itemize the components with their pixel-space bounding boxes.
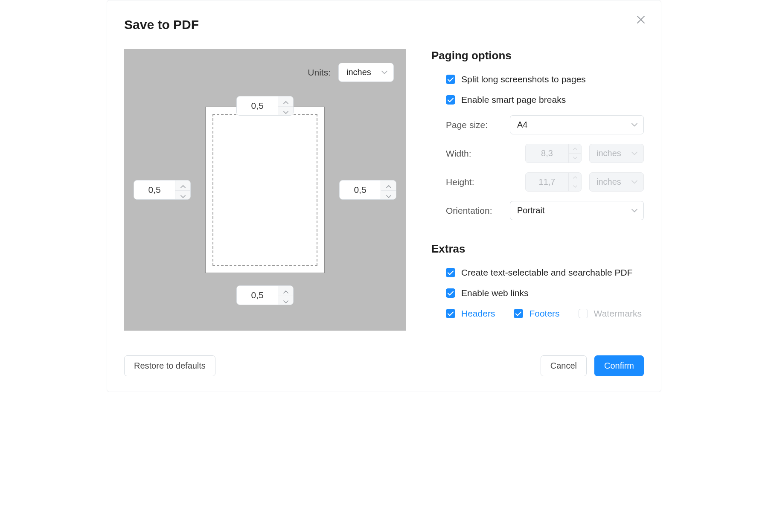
width-label: Width: <box>446 148 510 159</box>
chevron-up-icon <box>283 286 288 296</box>
chevron-down-icon <box>180 191 186 200</box>
page-size-select[interactable]: A4 <box>510 115 644 134</box>
height-decrease <box>569 182 581 191</box>
orientation-label: Orientation: <box>446 206 510 216</box>
margin-right-value[interactable]: 0,5 <box>340 180 381 199</box>
split-pages-checkbox[interactable] <box>446 75 455 84</box>
height-stepper: 11,7 <box>525 172 582 192</box>
width-unit-select: inches <box>589 144 644 163</box>
page-sheet-preview <box>205 107 325 273</box>
height-label: Height: <box>446 177 510 187</box>
close-icon <box>636 15 646 24</box>
options-column: Paging options Split long screenshots to… <box>431 49 644 319</box>
check-icon <box>448 270 454 275</box>
margin-bottom-value[interactable]: 0,5 <box>237 286 278 305</box>
margin-left-decrease[interactable] <box>175 191 190 200</box>
margin-right-decrease[interactable] <box>381 191 396 200</box>
page-size-value: A4 <box>517 120 527 129</box>
units-select[interactable]: inches <box>338 63 394 82</box>
watermarks-checkbox[interactable] <box>579 309 588 318</box>
margin-right-increase[interactable] <box>381 180 396 191</box>
web-links-checkbox[interactable] <box>446 288 455 298</box>
chevron-up-icon <box>283 96 288 106</box>
searchable-pdf-checkbox[interactable] <box>446 268 455 277</box>
chevron-down-icon <box>283 296 288 305</box>
chevron-up-icon <box>573 176 577 179</box>
chevron-up-icon <box>573 147 577 150</box>
chevron-up-icon <box>386 180 391 190</box>
margin-left-value[interactable]: 0,5 <box>134 180 175 199</box>
check-icon <box>448 77 454 82</box>
chevron-down-icon <box>631 209 637 212</box>
smart-breaks-checkbox[interactable] <box>446 95 455 105</box>
units-value: inches <box>346 67 371 77</box>
split-pages-label: Split long screenshots to pages <box>461 74 586 84</box>
extras-title: Extras <box>431 242 644 256</box>
height-unit-value: inches <box>596 177 621 186</box>
smart-breaks-label: Enable smart page breaks <box>461 95 566 105</box>
width-increase <box>569 144 581 154</box>
orientation-select[interactable]: Portrait <box>510 201 644 220</box>
web-links-label: Enable web links <box>461 288 529 298</box>
chevron-down-icon <box>573 185 577 188</box>
margin-top-stepper[interactable]: 0,5 <box>236 96 294 116</box>
dialog-title: Save to PDF <box>124 17 644 32</box>
check-icon <box>515 311 521 316</box>
width-decrease <box>569 154 581 163</box>
margin-bottom-stepper[interactable]: 0,5 <box>236 285 294 305</box>
cancel-button[interactable]: Cancel <box>541 355 587 376</box>
units-label: Units: <box>308 67 331 78</box>
check-icon <box>448 98 454 102</box>
chevron-down-icon <box>386 191 391 200</box>
width-stepper: 8,3 <box>525 144 582 163</box>
footers-link[interactable]: Footers <box>529 308 559 319</box>
height-value: 11,7 <box>526 173 568 191</box>
extras-section: Extras Create text-selectable and search… <box>431 242 644 319</box>
close-button[interactable] <box>636 15 646 24</box>
chevron-down-icon <box>381 70 387 74</box>
confirm-button[interactable]: Confirm <box>594 355 644 376</box>
margin-top-increase[interactable] <box>278 96 293 107</box>
paging-title: Paging options <box>431 49 644 62</box>
headers-link[interactable]: Headers <box>461 308 495 319</box>
chevron-down-icon <box>631 180 637 184</box>
margin-right-stepper[interactable]: 0,5 <box>339 180 396 200</box>
chevron-down-icon <box>631 123 637 127</box>
footers-checkbox[interactable] <box>514 309 523 318</box>
height-unit-select: inches <box>589 172 644 192</box>
margin-bottom-increase[interactable] <box>278 286 293 296</box>
margin-top-decrease[interactable] <box>278 107 293 116</box>
width-unit-value: inches <box>596 148 621 158</box>
watermarks-label: Watermarks <box>594 308 642 319</box>
page-preview-panel: Units: inches 0,5 0,5 <box>124 49 406 331</box>
margin-left-stepper[interactable]: 0,5 <box>134 180 191 200</box>
save-to-pdf-dialog: Save to PDF Units: inches 0,5 <box>107 0 661 392</box>
check-icon <box>448 291 454 296</box>
searchable-pdf-label: Create text-selectable and searchable PD… <box>461 267 633 278</box>
chevron-down-icon <box>283 107 288 116</box>
margin-left-increase[interactable] <box>175 180 190 191</box>
chevron-down-icon <box>573 157 577 160</box>
paging-section: Paging options Split long screenshots to… <box>431 49 644 220</box>
chevron-down-icon <box>631 151 637 155</box>
margin-top-value[interactable]: 0,5 <box>237 96 278 115</box>
orientation-value: Portrait <box>517 206 544 215</box>
width-value: 8,3 <box>526 144 568 163</box>
check-icon <box>448 311 454 316</box>
chevron-up-icon <box>180 180 186 190</box>
margin-bottom-decrease[interactable] <box>278 296 293 305</box>
headers-checkbox[interactable] <box>446 309 455 318</box>
height-increase <box>569 173 581 182</box>
restore-defaults-button[interactable]: Restore to defaults <box>124 355 215 376</box>
page-size-label: Page size: <box>446 120 510 130</box>
